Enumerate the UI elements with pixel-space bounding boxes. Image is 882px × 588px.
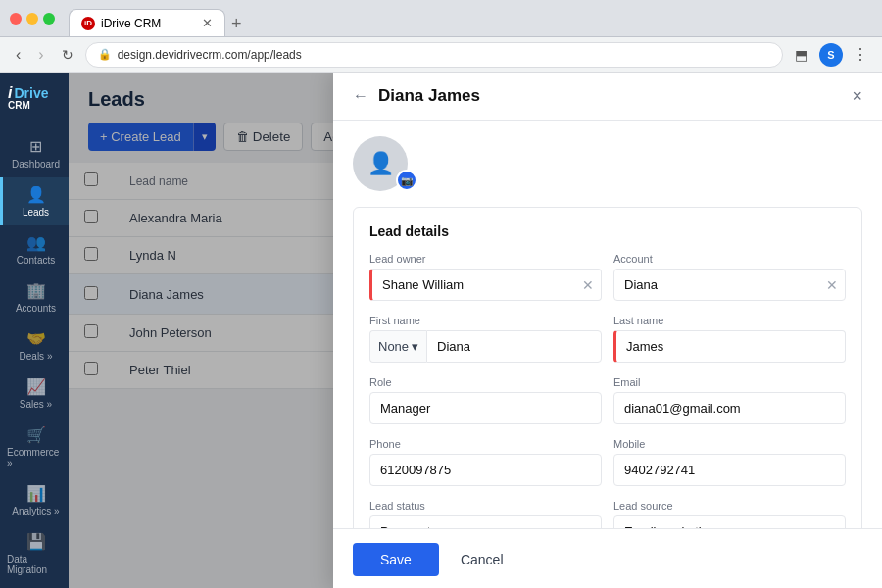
sidebar-label-data-migration: Data Migration: [7, 554, 65, 575]
nav-back-button[interactable]: ‹: [10, 44, 26, 66]
mobile-group: Mobile: [613, 438, 846, 486]
sidebar-item-leads[interactable]: 👤 Leads: [0, 177, 69, 225]
role-group: Role: [369, 376, 602, 424]
avatar-camera-button[interactable]: 📷: [396, 170, 417, 191]
lead-owner-input[interactable]: [369, 269, 602, 301]
phone-group: Phone: [369, 438, 602, 486]
form-row-owner-account: Lead owner ✕ Account ✕: [369, 253, 846, 301]
lead-source-select[interactable]: Email marketing Social media Referral: [613, 515, 846, 528]
lock-icon: 🔒: [98, 48, 112, 61]
tab-title: iDrive CRM: [101, 17, 161, 30]
lead-owner-label: Lead owner: [369, 253, 602, 265]
leads-icon: 👤: [26, 185, 46, 204]
sidebar: iDrive CRM ⊞ Dashboard 👤 Leads 👥 Contact…: [0, 73, 69, 588]
lead-status-select[interactable]: Prospect Qualified Unqualified: [369, 515, 602, 528]
first-name-input-wrapper: None ▾: [369, 330, 602, 363]
panel-footer: Save Cancel: [333, 528, 882, 588]
sidebar-label-leads: Leads: [23, 207, 49, 218]
new-tab-button[interactable]: +: [225, 14, 248, 34]
cancel-button[interactable]: Cancel: [449, 543, 515, 576]
tab-favicon: iD: [81, 17, 95, 30]
prefix-value: None: [378, 339, 409, 354]
sidebar-label-accounts: Accounts: [16, 303, 56, 314]
menu-button[interactable]: ⋮: [849, 43, 872, 66]
data-migration-icon: 💾: [26, 532, 46, 551]
panel-title: Diana James: [378, 86, 842, 106]
sidebar-label-analytics: Analytics »: [12, 506, 59, 516]
first-name-input[interactable]: [426, 330, 602, 363]
sidebar-label-dashboard: Dashboard: [12, 159, 60, 170]
panel-close-button[interactable]: ×: [852, 87, 862, 105]
contacts-icon: 👥: [26, 233, 46, 252]
avatar-area: 👤 📷: [353, 136, 862, 191]
role-label: Role: [369, 376, 602, 388]
sidebar-item-analytics[interactable]: 📊 Analytics »: [0, 476, 69, 524]
phone-label: Phone: [369, 438, 602, 450]
email-label: Email: [613, 376, 846, 388]
sidebar-item-dashboard[interactable]: ⊞ Dashboard: [0, 129, 69, 177]
active-tab[interactable]: iD iDrive CRM ✕: [69, 9, 225, 36]
sidebar-item-settings[interactable]: ⚙ Settings »: [0, 583, 69, 588]
lead-source-label: Lead source: [613, 500, 846, 512]
sidebar-item-accounts[interactable]: 🏢 Accounts: [0, 273, 69, 321]
tab-close-icon[interactable]: ✕: [202, 16, 213, 30]
window-close-btn[interactable]: [10, 13, 22, 24]
address-bar[interactable]: 🔒 design.devidrivecrm.com/app/leads: [85, 42, 783, 68]
person-icon: 👤: [368, 151, 394, 176]
main-content: Leads + Create Lead ▾ 🗑 Delete Actions ▾: [69, 73, 882, 588]
form-row-role-email: Role Email: [369, 376, 846, 424]
phone-input[interactable]: [369, 454, 602, 486]
panel-overlay: ← Diana James × 👤 📷: [69, 73, 882, 588]
browser-top-bar: iD iDrive CRM ✕ +: [0, 0, 882, 37]
browser-tab-bar: iD iDrive CRM ✕ + ‹ › ↻ 🔒 design.devidri…: [0, 0, 882, 73]
lead-status-group: Lead status Prospect Qualified Unqualifi…: [369, 500, 602, 528]
sidebar-item-ecommerce[interactable]: 🛒 Ecommerce »: [0, 417, 69, 476]
prefix-dropdown-icon: ▾: [412, 339, 418, 354]
panel-body: 👤 📷 Lead details Lead owner: [333, 121, 882, 528]
email-input[interactable]: [613, 392, 846, 424]
sidebar-item-deals[interactable]: 🤝 Deals »: [0, 321, 69, 369]
lead-detail-panel: ← Diana James × 👤 📷: [333, 73, 882, 588]
account-input-wrapper: ✕: [613, 269, 846, 301]
sidebar-item-sales[interactable]: 📈 Sales »: [0, 369, 69, 417]
last-name-input[interactable]: [613, 330, 846, 363]
sidebar-label-contacts: Contacts: [17, 255, 55, 266]
form-row-status-source: Lead status Prospect Qualified Unqualifi…: [369, 500, 846, 528]
form-row-phone-mobile: Phone Mobile: [369, 438, 846, 486]
account-label: Account: [613, 253, 846, 265]
name-prefix-selector[interactable]: None ▾: [369, 330, 426, 363]
first-name-label: First name: [369, 315, 602, 326]
sidebar-item-data-migration[interactable]: 💾 Data Migration: [0, 524, 69, 583]
accounts-icon: 🏢: [26, 281, 46, 300]
last-name-label: Last name: [613, 315, 846, 326]
dashboard-icon: ⊞: [29, 137, 42, 156]
account-clear-button[interactable]: ✕: [826, 277, 838, 293]
profile-avatar[interactable]: S: [819, 43, 843, 67]
lead-owner-clear-button[interactable]: ✕: [582, 277, 594, 293]
url-text: design.devidrivecrm.com/app/leads: [118, 48, 302, 62]
ecommerce-icon: 🛒: [26, 425, 46, 444]
role-input[interactable]: [369, 392, 602, 424]
analytics-icon: 📊: [26, 484, 46, 503]
sidebar-label-sales: Sales »: [20, 399, 52, 410]
save-button[interactable]: Save: [353, 543, 439, 576]
nav-forward-button[interactable]: ›: [32, 44, 49, 66]
window-max-btn[interactable]: [43, 13, 55, 24]
window-min-btn[interactable]: [26, 13, 38, 24]
camera-icon: 📷: [401, 175, 413, 186]
nav-items: ⊞ Dashboard 👤 Leads 👥 Contacts 🏢 Account…: [0, 123, 69, 588]
panel-back-button[interactable]: ←: [353, 87, 368, 105]
sidebar-item-contacts[interactable]: 👥 Contacts: [0, 225, 69, 273]
mobile-input[interactable]: [613, 454, 846, 486]
account-input[interactable]: [613, 269, 846, 301]
logo-area: iDrive CRM: [0, 73, 69, 123]
browser-nav-bar: ‹ › ↻ 🔒 design.devidrivecrm.com/app/lead…: [0, 37, 882, 73]
details-card-title: Lead details: [369, 223, 846, 239]
mobile-label: Mobile: [613, 438, 846, 450]
nav-refresh-button[interactable]: ↻: [56, 45, 79, 65]
form-row-name: First name None ▾ Last: [369, 315, 846, 363]
email-group: Email: [613, 376, 846, 424]
lead-source-group: Lead source Email marketing Social media…: [613, 500, 846, 528]
extensions-button[interactable]: ⬒: [789, 45, 813, 65]
panel-header: ← Diana James ×: [333, 73, 882, 121]
